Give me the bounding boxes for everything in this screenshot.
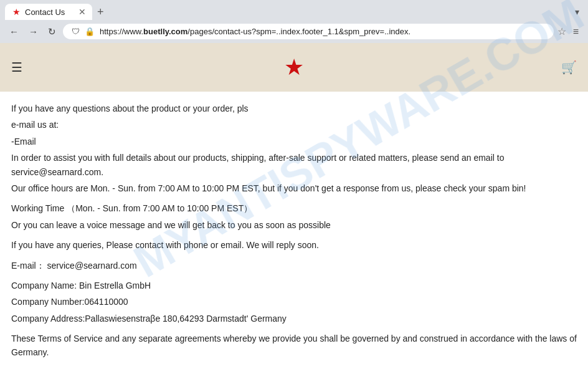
email-intro: e-mail us at: bbox=[11, 118, 577, 132]
reload-button[interactable]: ↻ bbox=[45, 24, 59, 39]
query-contact: If you have any queries, Please contact … bbox=[11, 238, 577, 252]
shield-icon: 🛡 bbox=[72, 27, 80, 36]
address-bar[interactable]: 🛡 🔒 https://www.buetlly.com/pages/contac… bbox=[63, 24, 554, 39]
new-tab-button[interactable]: + bbox=[95, 6, 107, 19]
browser-chrome: ★ Contact Us ✕ + ▾ ← → ↻ 🛡 🔒 https://www… bbox=[0, 0, 588, 43]
tab-list-button[interactable]: ▾ bbox=[571, 6, 583, 18]
address-bar-row: ← → ↻ 🛡 🔒 https://www.buetlly.com/pages/… bbox=[0, 20, 588, 43]
cart-button[interactable]: 🛒 bbox=[561, 60, 577, 75]
hamburger-menu-button[interactable]: ☰ bbox=[11, 60, 22, 75]
email-address: E-mail： service@searnard.com bbox=[11, 259, 577, 272]
tab-bar: ★ Contact Us ✕ + ▾ bbox=[0, 0, 588, 20]
company-number: Company Number:064110000 bbox=[11, 295, 577, 309]
site-header: ☰ ★ 🛒 bbox=[0, 43, 588, 92]
lock-icon: 🔒 bbox=[85, 27, 95, 36]
forward-button[interactable]: → bbox=[26, 24, 41, 39]
email-label: -Email bbox=[11, 135, 577, 148]
office-hours: Our office hours are Mon. - Sun. from 7:… bbox=[11, 181, 577, 195]
working-time: Working Time （Mon. - Sun. from 7:00 AM t… bbox=[11, 201, 577, 215]
url-display: https://www.buetlly.com/pages/contact-us… bbox=[100, 27, 545, 36]
browser-menu-button[interactable]: ≡ bbox=[570, 24, 582, 39]
page-content: If you have any questions about the prod… bbox=[0, 92, 588, 372]
tab-close-button[interactable]: ✕ bbox=[78, 7, 86, 16]
site-logo: ★ bbox=[284, 54, 304, 80]
tab-title: Contact Us bbox=[25, 7, 75, 17]
active-tab[interactable]: ★ Contact Us ✕ bbox=[5, 4, 92, 20]
voice-message: Or you can leave a voice message and we … bbox=[11, 218, 577, 232]
back-button[interactable]: ← bbox=[6, 24, 22, 39]
bookmark-button[interactable]: ☆ bbox=[557, 26, 566, 37]
terms-note: These Terms of Service and any separate … bbox=[11, 332, 577, 360]
tab-favicon: ★ bbox=[11, 7, 21, 17]
company-address: Company Address:Pallaswiesenstraβe 180,6… bbox=[11, 312, 577, 325]
company-name: Company Name: Bin Estrella GmbH bbox=[11, 279, 577, 292]
intro-line: If you have any questions about the prod… bbox=[11, 102, 577, 115]
email-description: In order to assist you with full details… bbox=[11, 151, 577, 179]
